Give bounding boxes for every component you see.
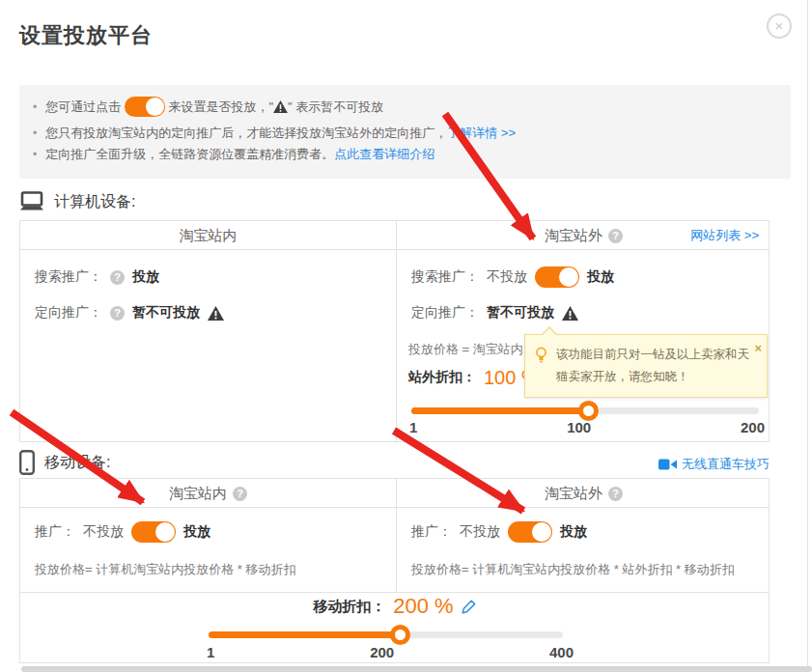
promo-label: 推广：: [35, 523, 75, 541]
window-right-border: [807, 0, 808, 672]
tick-min: 1: [409, 419, 417, 435]
computer-onsite-search-row: 搜索推广： ? 投放: [35, 266, 159, 289]
site-list-link[interactable]: 网站列表 >>: [690, 227, 759, 244]
example-toggle[interactable]: [125, 97, 165, 117]
search-promo-label: 搜索推广：: [35, 268, 102, 286]
mobile-section-header: 移动设备:: [19, 450, 110, 475]
tick-mid: 200: [370, 644, 394, 660]
slider-handle[interactable]: [578, 401, 599, 421]
warning-icon: [273, 100, 288, 113]
horizontal-scrollbar[interactable]: [21, 666, 812, 672]
computer-offsite-discount-row: 站外折扣： 100 %: [408, 364, 539, 391]
toggle-knob: [146, 98, 164, 116]
computer-onsite-header: 淘宝站内: [20, 221, 396, 250]
seller-level-tooltip: × 该功能目前只对一钻及以上卖家和天猫卖家开放，请您知晓！: [524, 334, 768, 398]
computer-offsite-price-formula: 投放价格 = 淘宝站内: [408, 341, 523, 358]
target-promo-label: 定向推广：: [411, 304, 479, 322]
target-promo-value: 暂不可投放: [487, 304, 554, 322]
bullet2-text: 您只有投放淘宝站内的定向推广后，才能选择投放淘宝站外的定向推广，: [45, 124, 447, 143]
search-promo-value: 投放: [132, 268, 159, 286]
mobile-offsite-header: 淘宝站外 ?: [397, 479, 770, 508]
mobile-slider-ticks: 1 200 400: [207, 644, 574, 660]
help-icon[interactable]: ?: [110, 270, 125, 285]
computer-offsite-search-toggle[interactable]: [535, 266, 579, 288]
toggle-on-label: 投放: [560, 523, 587, 541]
mobile-offsite-promo-toggle[interactable]: [508, 521, 552, 543]
bullet1-pre-text: 您可通过点击: [45, 98, 121, 116]
computer-offsite-header-label: 淘宝站外: [545, 227, 602, 245]
mobile-discount-row: 移动折扣： 200 %: [20, 594, 769, 619]
computer-icon: [19, 191, 44, 212]
help-icon[interactable]: ?: [110, 306, 125, 321]
toggle-on-label: 投放: [587, 268, 614, 286]
column-divider: [396, 221, 397, 443]
mobile-offsite-formula: 投放价格= 计算机淘宝站内投放价格 * 站外折扣 * 移动折扣: [411, 561, 735, 578]
lightbulb-icon: [534, 347, 548, 363]
dialog-close-button[interactable]: ×: [767, 14, 792, 39]
wireless-tips-link-wrap: 无线直通车技巧: [579, 456, 770, 473]
toggle-on-label: 投放: [183, 523, 210, 541]
offsite-discount-slider: [411, 401, 759, 421]
toggle-knob: [559, 267, 578, 287]
price-formula-text: 投放价格= 计算机淘宝站内投放价格 * 移动折扣: [35, 561, 296, 578]
help-icon[interactable]: ?: [608, 487, 623, 501]
help-icon[interactable]: ?: [233, 487, 247, 501]
mobile-onsite-header: 淘宝站内 ?: [20, 479, 396, 508]
mobile-onsite-header-label: 淘宝站内: [169, 485, 227, 503]
info-bullet-2: • 您只有投放淘宝站内的定向推广后，才能选择投放淘宝站外的定向推广， 了解详情 …: [33, 124, 773, 143]
computer-offsite-search-row: 搜索推广： 不投放 投放: [411, 266, 614, 289]
bullet-dot: •: [33, 145, 37, 164]
bullet1-post-text: " 表示暂不可投放: [288, 98, 383, 116]
price-formula-text: 投放价格= 计算机淘宝站内投放价格 * 站外折扣 * 移动折扣: [411, 561, 735, 578]
learn-more-link[interactable]: 了解详情 >>: [447, 124, 516, 143]
search-promo-label: 搜索推广：: [411, 268, 479, 286]
detail-intro-link[interactable]: 点此查看详细介绍: [334, 145, 434, 164]
toggle-off-label: 不投放: [83, 523, 124, 541]
warning-icon: [208, 306, 224, 321]
toggle-knob: [155, 522, 175, 542]
info-bullet-1: • 您可通过点击 来设置是否投放，" " 表示暂不可投放: [33, 97, 773, 117]
bullet1-mid-text: 来设置是否投放，": [168, 98, 273, 116]
mobile-onsite-promo-toggle[interactable]: [131, 521, 176, 543]
tick-max: 400: [549, 644, 574, 660]
mobile-table: 淘宝站内 ? 淘宝站外 ? 推广： 不投放 投放 投放价格= 计算机淘宝站内投放…: [19, 478, 770, 663]
promo-label: 推广：: [411, 523, 452, 541]
computer-onsite-target-row: 定向推广： ? 暂不可投放: [35, 301, 224, 324]
target-promo-label: 定向推广：: [35, 304, 102, 322]
tick-max: 200: [741, 419, 765, 435]
computer-section-header: 计算机设备:: [19, 191, 135, 212]
slider-fill: [411, 407, 589, 414]
wireless-tips-link[interactable]: 无线直通车技巧: [682, 456, 770, 473]
close-icon: ×: [775, 17, 784, 34]
mobile-discount-value: 200 %: [393, 594, 453, 619]
slider-handle[interactable]: [390, 625, 410, 645]
computer-table: 淘宝站内 淘宝站外 ? 网站列表 >> 搜索推广： ? 投放 定向推广： ? 暂…: [19, 220, 770, 442]
video-camera-icon: [658, 458, 677, 471]
tooltip-close-icon[interactable]: ×: [754, 337, 762, 360]
mobile-onsite-formula: 投放价格= 计算机淘宝站内投放价格 * 移动折扣: [35, 561, 296, 578]
bullet3-text: 定向推广全面升级，全链路资源位覆盖精准消费者。: [45, 145, 334, 164]
edit-pencil-icon[interactable]: [462, 600, 476, 614]
mobile-discount-slider: [209, 625, 563, 645]
tooltip-text: 该功能目前只对一钻及以上卖家和天猫卖家开放，请您知晓！: [556, 348, 749, 383]
warning-icon: [562, 306, 578, 321]
tooltip-arrow: [542, 328, 557, 336]
help-icon[interactable]: ?: [608, 229, 623, 243]
page-title: 设置投放平台: [19, 21, 153, 50]
offsite-slider-ticks: 1 100 200: [409, 419, 765, 435]
toggle-knob: [532, 522, 551, 542]
computer-section-title: 计算机设备:: [54, 192, 135, 212]
tick-mid: 100: [567, 419, 591, 435]
info-bullet-3: • 定向推广全面升级，全链路资源位覆盖精准消费者。 点此查看详细介绍: [33, 145, 773, 164]
toggle-off-label: 不投放: [460, 523, 500, 541]
mobile-offsite-promo-row: 推广： 不投放 投放: [411, 520, 587, 544]
target-promo-value: 暂不可投放: [132, 304, 200, 322]
price-formula-text: 投放价格 = 淘宝站内: [408, 341, 523, 358]
computer-offsite-target-row: 定向推广： 暂不可投放: [411, 301, 578, 324]
tick-min: 1: [207, 644, 214, 660]
mobile-offsite-header-label: 淘宝站外: [545, 485, 602, 503]
mobile-section-title: 移动设备:: [44, 453, 110, 473]
set-delivery-platform-dialog: { "dialog": { "title": "设置投放平台" }, "icon…: [0, 0, 812, 672]
mobile-onsite-promo-row: 推广： 不投放 投放: [35, 520, 210, 544]
mobile-discount-label: 移动折扣：: [313, 598, 385, 616]
